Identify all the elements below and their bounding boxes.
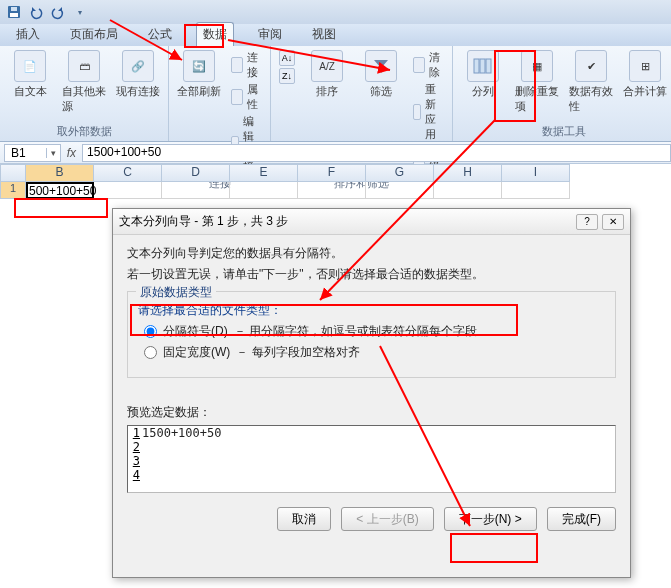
conn-icon <box>231 57 243 73</box>
tab-data[interactable]: 数据 <box>196 22 234 46</box>
cell[interactable] <box>298 182 366 199</box>
tab-formulas[interactable]: 公式 <box>142 23 178 46</box>
qat-dropdown-icon[interactable]: ▾ <box>70 2 90 22</box>
close-button[interactable]: ✕ <box>602 214 624 230</box>
col-header[interactable]: C <box>94 164 162 182</box>
tab-view[interactable]: 视图 <box>306 23 342 46</box>
column-headers: B C D E F G H I <box>0 164 671 182</box>
dialog-buttons: 取消 < 上一步(B) 下一步(N) > 完成(F) <box>127 507 616 531</box>
cell[interactable] <box>94 182 162 199</box>
col-header[interactable]: B <box>26 164 94 182</box>
col-header[interactable]: H <box>434 164 502 182</box>
save-icon[interactable] <box>4 2 24 22</box>
col-header[interactable]: D <box>162 164 230 182</box>
text-to-columns-button[interactable]: 分列 <box>461 50 505 99</box>
worksheet-grid: B C D E F G H I 1 500+100+50 <box>0 164 671 199</box>
tab-layout[interactable]: 页面布局 <box>64 23 124 46</box>
col-header[interactable]: I <box>502 164 570 182</box>
consolidate-icon: ⊞ <box>629 50 661 82</box>
cell[interactable] <box>502 182 570 199</box>
sort-asc-button[interactable]: A↓ <box>279 50 295 66</box>
refresh-icon: 🔄 <box>183 50 215 82</box>
preview-line-no: 3 <box>128 454 142 468</box>
sort-desc-button[interactable]: Z↓ <box>279 68 295 84</box>
sort-button[interactable]: A/Z排序 <box>305 50 349 99</box>
annotation-box <box>14 198 108 218</box>
label: 固定宽度(W) <box>163 344 230 361</box>
consolidate-button[interactable]: ⊞合并计算 <box>623 50 667 99</box>
cell-b1[interactable]: 500+100+50 <box>26 182 94 199</box>
formula-input[interactable]: 1500+100+50 <box>82 144 671 162</box>
label: 分列 <box>472 84 494 99</box>
col-header[interactable]: G <box>366 164 434 182</box>
svg-rect-1 <box>10 13 18 17</box>
data-validation-button[interactable]: ✔数据有效性 <box>569 50 613 114</box>
dialog-titlebar[interactable]: 文本分列向导 - 第 1 步，共 3 步 ? ✕ <box>113 209 630 235</box>
label: 连接 <box>247 50 262 80</box>
group-title: 数据工具 <box>542 122 586 139</box>
database-icon: 🗃 <box>68 50 100 82</box>
sort-icon: A/Z <box>311 50 343 82</box>
connections-button[interactable]: 连接 <box>231 50 262 80</box>
cancel-button[interactable]: 取消 <box>277 507 331 531</box>
fx-icon[interactable]: fx <box>67 146 76 160</box>
tab-review[interactable]: 审阅 <box>252 23 288 46</box>
group-data-tools: 分列 ▦删除重复项 ✔数据有效性 ⊞合并计算 数据工具 <box>453 46 671 141</box>
label: 合并计算 <box>623 84 667 99</box>
finish-button[interactable]: 完成(F) <box>547 507 616 531</box>
preview-line-no: 1 <box>128 426 142 440</box>
cell[interactable] <box>434 182 502 199</box>
label-desc: － 每列字段加空格对齐 <box>236 344 359 361</box>
delimited-option[interactable]: 分隔符号(D) － 用分隔字符，如逗号或制表符分隔每个字段 <box>144 323 605 340</box>
fieldset-legend: 原始数据类型 <box>136 284 216 301</box>
tab-insert[interactable]: 插入 <box>10 23 46 46</box>
existing-conn-button[interactable]: 🔗现有连接 <box>116 50 160 99</box>
undo-icon[interactable] <box>26 2 46 22</box>
label: 筛选 <box>370 84 392 99</box>
columns-icon <box>467 50 499 82</box>
label-desc: － 用分隔字符，如逗号或制表符分隔每个字段 <box>234 323 477 340</box>
ribbon-tabs: 插入 页面布局 公式 数据 审阅 视图 <box>0 24 671 46</box>
props-icon <box>231 89 243 105</box>
label: 自文本 <box>14 84 47 99</box>
filter-button[interactable]: 筛选 <box>359 50 403 99</box>
fixed-width-radio[interactable] <box>144 346 157 359</box>
remove-duplicates-button[interactable]: ▦删除重复项 <box>515 50 559 114</box>
funnel-icon <box>365 50 397 82</box>
clear-filter-button[interactable]: 清除 <box>413 50 444 80</box>
help-button[interactable]: ? <box>576 214 598 230</box>
text-wizard-dialog: 文本分列向导 - 第 1 步，共 3 步 ? ✕ 文本分列向导判定您的数据具有分… <box>112 208 631 578</box>
cell[interactable] <box>162 182 230 199</box>
cell[interactable] <box>366 182 434 199</box>
svg-rect-5 <box>486 59 491 73</box>
svg-rect-3 <box>474 59 479 73</box>
label: 全部刷新 <box>177 84 221 99</box>
delimited-radio[interactable] <box>144 325 157 338</box>
back-button: < 上一步(B) <box>341 507 433 531</box>
from-text-button[interactable]: 📄自文本 <box>8 50 52 99</box>
name-box-value: B1 <box>5 146 46 160</box>
reapply-icon <box>413 104 421 120</box>
name-box[interactable]: B1▾ <box>4 144 61 162</box>
redo-icon[interactable] <box>48 2 68 22</box>
rmdup-icon: ▦ <box>521 50 553 82</box>
fixed-width-option[interactable]: 固定宽度(W) － 每列字段加空格对齐 <box>144 344 605 361</box>
chevron-down-icon[interactable]: ▾ <box>46 148 60 158</box>
col-header[interactable]: F <box>298 164 366 182</box>
preview-line: 1500+100+50 <box>142 426 221 440</box>
from-other-button[interactable]: 🗃自其他来源 <box>62 50 106 114</box>
properties-button[interactable]: 属性 <box>231 82 262 112</box>
cell[interactable] <box>230 182 298 199</box>
refresh-all-button[interactable]: 🔄全部刷新 <box>177 50 221 99</box>
quick-access-toolbar: ▾ <box>0 0 671 24</box>
select-all-button[interactable] <box>0 164 26 182</box>
label: 现有连接 <box>116 84 160 99</box>
next-button[interactable]: 下一步(N) > <box>444 507 537 531</box>
reapply-button[interactable]: 重新应用 <box>413 82 444 142</box>
preview-box[interactable]: 11500+100+50 2 3 4 <box>127 425 616 493</box>
row-header[interactable]: 1 <box>0 182 26 199</box>
prompt-text: 请选择最合适的文件类型： <box>138 302 605 319</box>
col-header[interactable]: E <box>230 164 298 182</box>
preview-line-no: 4 <box>128 468 142 482</box>
sort-desc-icon: Z↓ <box>279 68 295 84</box>
